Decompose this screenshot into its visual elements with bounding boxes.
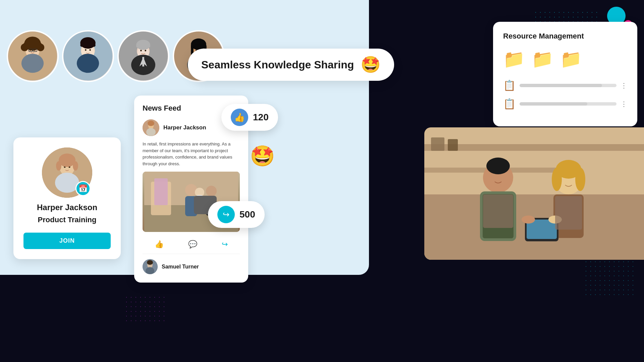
svg-rect-31 xyxy=(136,45,150,48)
svg-rect-74 xyxy=(431,137,444,151)
svg-point-53 xyxy=(146,128,156,136)
folder-row: 📁 📁 📁 xyxy=(503,49,627,69)
post-actions-row: 👍 💬 ↪ xyxy=(143,237,240,254)
file-menu-1[interactable]: ⋮ xyxy=(621,81,627,89)
avatar-1 xyxy=(7,30,59,82)
avatar-2 xyxy=(62,30,114,82)
file-icon-2: 📋 xyxy=(503,98,516,110)
profile-name: Harper Jackson xyxy=(23,203,111,212)
file-bar-1 xyxy=(520,84,616,87)
post-text: In retail, first impressions are everyth… xyxy=(143,141,240,167)
svg-point-83 xyxy=(552,168,562,191)
profile-badge: 📅 xyxy=(75,181,91,196)
svg-point-54 xyxy=(148,121,154,126)
post-comment-action[interactable]: 💬 xyxy=(188,240,197,249)
post-author-avatar xyxy=(143,119,159,136)
svg-rect-29 xyxy=(142,57,144,66)
svg-point-19 xyxy=(77,54,99,73)
svg-point-49 xyxy=(56,161,61,171)
svg-point-17 xyxy=(85,49,87,51)
profile-avatar-wrapper: 📅 xyxy=(42,147,92,198)
svg-point-50 xyxy=(73,161,78,171)
file-icon-1: 📋 xyxy=(503,79,516,91)
svg-rect-75 xyxy=(448,139,458,151)
svg-point-61 xyxy=(206,186,217,196)
dots-pattern-bottom-middle xyxy=(124,295,164,322)
file-menu-2[interactable]: ⋮ xyxy=(621,100,627,108)
resource-management-panel: Resource Management 📁 📁 📁 📋 ⋮ 📋 ⋮ xyxy=(493,22,637,126)
folder-1[interactable]: 📁 xyxy=(503,49,525,69)
next-author-row: Samuel Turner xyxy=(143,254,240,274)
svg-point-10 xyxy=(36,42,42,48)
like-badge: 👍 120 xyxy=(221,104,278,131)
svg-point-20 xyxy=(80,37,96,49)
svg-rect-21 xyxy=(80,44,96,47)
right-image-overlay xyxy=(424,127,644,260)
svg-point-68 xyxy=(146,267,154,274)
knowledge-banner-text: Seamless Knowledge Sharing xyxy=(201,59,354,71)
svg-point-9 xyxy=(23,42,29,48)
floating-emoji: 🤩 xyxy=(250,144,275,168)
svg-point-69 xyxy=(147,260,153,265)
knowledge-emoji: 🤩 xyxy=(361,55,381,74)
svg-point-84 xyxy=(575,168,585,191)
folder-3[interactable]: 📁 xyxy=(560,49,582,69)
like-count: 120 xyxy=(253,112,269,123)
profile-role: Product Training xyxy=(23,216,111,224)
svg-point-18 xyxy=(89,49,91,51)
share-icon: ↪ xyxy=(217,206,235,223)
share-count: 500 xyxy=(239,209,255,220)
join-button[interactable]: JOIN xyxy=(23,233,111,249)
knowledge-sharing-banner: Seamless Knowledge Sharing 🤩 xyxy=(188,49,394,81)
svg-rect-89 xyxy=(483,194,513,228)
resource-panel-title: Resource Management xyxy=(503,32,627,41)
dots-pattern-bottom-right xyxy=(584,255,634,295)
post-author-name: Harper Jackson xyxy=(163,124,206,131)
file-bar-fill-2 xyxy=(520,102,587,106)
svg-point-87 xyxy=(522,216,535,224)
avatar-3 xyxy=(117,30,169,82)
like-icon: 👍 xyxy=(231,109,248,126)
share-badge: ↪ 500 xyxy=(208,201,265,228)
svg-rect-90 xyxy=(555,196,582,230)
svg-point-26 xyxy=(145,50,146,52)
profile-badge-icon: 📅 xyxy=(78,184,88,193)
svg-point-79 xyxy=(486,158,510,174)
file-bar-2 xyxy=(520,102,616,106)
file-item-2: 📋 ⋮ xyxy=(503,98,627,110)
svg-point-25 xyxy=(140,50,142,52)
folder-2[interactable]: 📁 xyxy=(532,49,553,69)
file-bar-fill-1 xyxy=(520,84,602,87)
post-share-action[interactable]: ↪ xyxy=(222,240,228,249)
post-like-action[interactable]: 👍 xyxy=(155,240,164,249)
next-author-avatar xyxy=(143,259,158,274)
profile-card: 📅 Harper Jackson Product Training JOIN xyxy=(13,137,121,259)
next-author-name: Samuel Turner xyxy=(162,264,199,270)
right-image-panel xyxy=(424,127,644,260)
svg-point-5 xyxy=(21,54,44,73)
svg-rect-58 xyxy=(154,178,168,205)
file-item-1: 📋 ⋮ xyxy=(503,79,627,91)
